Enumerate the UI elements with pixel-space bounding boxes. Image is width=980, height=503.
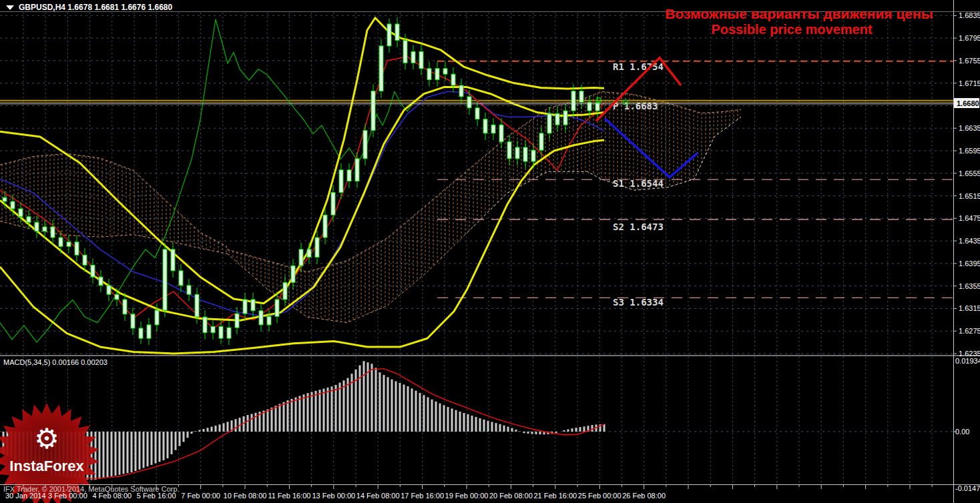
- pivot-label-p: P 1.6683: [613, 101, 658, 111]
- pivot-label-s3: S3 1.6334: [613, 297, 664, 308]
- symbol-ohlc-title: GBPUSD,H4 1.6678 1.6681 1.6676 1.6680: [19, 3, 172, 12]
- candle-body: [347, 170, 351, 181]
- price-axis-label: 1.6635: [959, 124, 980, 132]
- candle-body: [195, 294, 199, 317]
- candle-body: [579, 91, 583, 102]
- candle-body: [179, 271, 183, 286]
- candle-body: [483, 119, 487, 133]
- candle-body: [219, 326, 223, 338]
- price-axis-label: 1.6395: [959, 260, 980, 268]
- candle-body: [163, 249, 167, 310]
- price-axis-label: 1.6275: [959, 327, 980, 335]
- candle-body: [451, 74, 455, 85]
- candle-body: [59, 237, 63, 247]
- time-axis-label: 14 Feb 08:00: [356, 492, 400, 500]
- price-axis-label: 1.6795: [959, 34, 980, 42]
- candle-body: [107, 286, 111, 295]
- candle-body: [3, 197, 7, 201]
- logo-text: InstaForex: [9, 458, 84, 474]
- time-axis-label: 21 Feb 16:00: [533, 492, 577, 500]
- candle-body: [515, 147, 519, 159]
- candle-body: [539, 133, 543, 150]
- candle-body: [363, 131, 367, 159]
- price-axis-label: 1.6475: [959, 214, 980, 222]
- candle-body: [211, 326, 215, 332]
- candle-body: [379, 46, 383, 91]
- price-axis-label: 1.6715: [959, 79, 980, 87]
- candle-body: [323, 215, 327, 237]
- time-axis-label: 25 Feb 00:00: [578, 492, 622, 500]
- candle-body: [235, 314, 239, 328]
- mt4-chart-window[interactable]: R1 1.6754P 1.6683S1 1.6544S2 1.6473S3 1.…: [0, 0, 980, 503]
- price-axis-label: 1.6355: [959, 282, 980, 290]
- annotation-en: Possible price movement: [711, 22, 873, 37]
- candle-body: [91, 265, 95, 277]
- time-axis-label: 10 Feb 08:00: [224, 492, 267, 500]
- price-axis-label: 1.6435: [959, 237, 980, 245]
- time-axis-label: 19 Feb 00:00: [445, 492, 489, 500]
- candle-body: [435, 69, 439, 80]
- candle-body: [155, 310, 159, 325]
- candle-body: [75, 242, 79, 255]
- candle-body: [371, 91, 375, 130]
- price-axis-label: 1.6755: [959, 57, 980, 65]
- candle-body: [67, 242, 71, 247]
- time-axis-label: 11 Feb 16:00: [268, 492, 310, 500]
- candle-body: [523, 147, 527, 161]
- candle-body: [99, 277, 103, 286]
- macd-axis-label: -0.01474: [955, 484, 980, 492]
- price-axis-label: 1.6595: [959, 147, 980, 155]
- candle-body: [387, 24, 391, 46]
- candle-body: [563, 111, 567, 125]
- price-axis-label: 1.6835: [959, 11, 980, 19]
- time-axis-label: 4 Feb 08:00: [92, 492, 132, 500]
- candle-body: [403, 40, 407, 63]
- candle-body: [507, 141, 511, 158]
- candle-body: [555, 113, 559, 125]
- time-axis-label: 7 Feb 00:00: [181, 492, 220, 500]
- candle-body: [339, 170, 343, 193]
- candle-body: [43, 227, 47, 231]
- candle-body: [283, 283, 287, 300]
- candle-body: [187, 286, 191, 295]
- candle-body: [499, 125, 503, 141]
- candle-body: [243, 300, 247, 314]
- candle-body: [411, 51, 415, 63]
- candle-body: [475, 108, 479, 119]
- candle-body: [547, 113, 551, 133]
- pivot-label-s1: S1 1.6544: [613, 178, 664, 189]
- candle-body: [171, 249, 175, 271]
- candle-body: [11, 201, 15, 209]
- time-axis-label: 13 Feb 00:00: [312, 492, 355, 500]
- candle-body: [123, 300, 127, 314]
- candle-body: [299, 249, 303, 266]
- current-price-tag: 1.6680: [954, 98, 979, 108]
- annotation-ru: Возможные варианты движения цены: [665, 6, 933, 21]
- candle-body: [531, 150, 535, 161]
- time-axis-label: 17 Feb 16:00: [401, 492, 444, 500]
- time-axis-label: 3 Feb 00:00: [48, 492, 87, 500]
- price-axis-label: 1.6315: [959, 304, 980, 312]
- candle-body: [131, 314, 135, 328]
- chart-header: GBPUSD,H4 1.6678 1.6681 1.6676 1.6680: [6, 3, 172, 12]
- candle-body: [147, 325, 151, 338]
- candle-body: [251, 300, 255, 311]
- candle-body: [459, 85, 463, 97]
- price-axis-label: 1.6555: [959, 169, 980, 177]
- candle-body: [291, 266, 295, 282]
- macd-axis-label: 0.00: [955, 428, 969, 436]
- macd-indicator-label: MACD(5,34,5) 0.00166 0.00203: [3, 358, 107, 366]
- candle-body: [51, 227, 55, 237]
- candle-body: [259, 311, 263, 325]
- candle-body: [203, 317, 207, 333]
- candle-body: [419, 51, 423, 68]
- price-axis-label: 1.6515: [959, 192, 980, 200]
- macd-axis-label: 0.01934: [955, 357, 980, 365]
- candle-body: [355, 159, 359, 181]
- candle-body: [427, 69, 431, 80]
- candle-body: [571, 91, 575, 111]
- price-tag-value: 1.6680: [957, 99, 979, 107]
- candle-body: [115, 294, 119, 300]
- time-axis-label: 30 Jan 2014: [5, 492, 46, 500]
- candle-body: [227, 328, 231, 338]
